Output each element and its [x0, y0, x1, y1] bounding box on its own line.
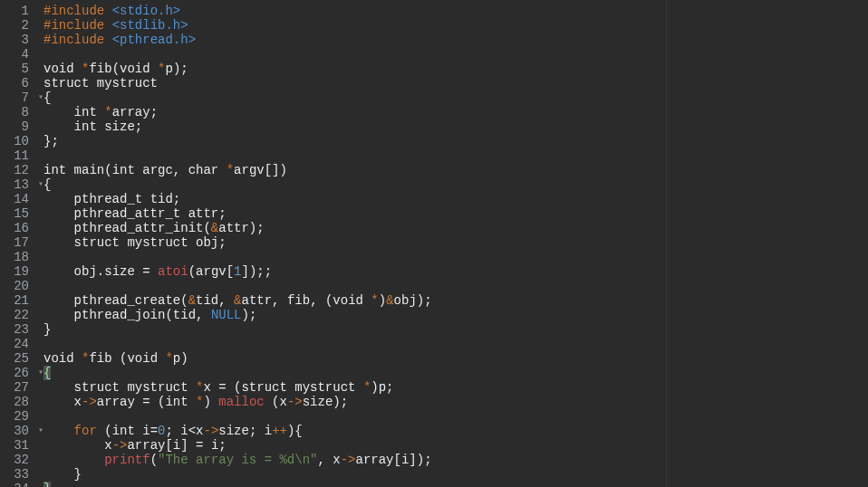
code-line[interactable]: [43, 47, 868, 62]
code-line[interactable]: x->array[i] = i;: [43, 438, 868, 453]
code-line[interactable]: pthread_join(tid, NULL);: [43, 308, 868, 322]
code-line[interactable]: pthread_attr_t attr;: [43, 206, 868, 221]
code-line[interactable]: }: [43, 467, 868, 482]
code-editor[interactable]: #include <stdio.h>#include <stdlib.h>#in…: [36, 0, 868, 487]
code-token: pthread_attr_init: [74, 221, 204, 235]
code-line[interactable]: ▾{: [43, 91, 868, 105]
code-line[interactable]: x->array = (int *) malloc (x->size);: [43, 395, 868, 409]
line-number: 2: [0, 18, 29, 33]
code-line[interactable]: [43, 250, 868, 264]
code-line[interactable]: printf("The array is = %d\n", x->array[i…: [43, 453, 868, 467]
code-token: attr: [241, 293, 272, 308]
code-line[interactable]: #include <stdlib.h>: [43, 18, 868, 33]
code-token: x: [280, 395, 287, 409]
code-token: obj: [196, 235, 218, 250]
code-token: <stdlib.h>: [112, 18, 188, 33]
code-token: "The array is = %d\n": [158, 453, 317, 467]
code-token: *: [104, 105, 111, 119]
code-line[interactable]: int *array;: [43, 105, 868, 119]
code-line[interactable]: ▾{: [43, 177, 868, 192]
line-number: 26: [0, 366, 29, 380]
code-token: void: [43, 351, 82, 366]
code-token: {: [43, 177, 51, 192]
code-token: int: [165, 395, 196, 409]
line-number: 31: [0, 438, 29, 453]
line-number: 18: [0, 250, 29, 264]
line-number: 15: [0, 206, 29, 221]
code-token: ): [379, 293, 386, 308]
code-line[interactable]: }: [43, 482, 868, 487]
code-token: [: [227, 264, 234, 279]
code-token: =: [150, 424, 158, 438]
code-token: array: [127, 438, 165, 453]
code-line[interactable]: int size;: [43, 119, 868, 134]
code-line[interactable]: [43, 279, 868, 293]
code-token: []): [265, 163, 287, 177]
code-token: ;: [173, 192, 180, 206]
line-number: 9: [0, 119, 29, 134]
code-token: printf: [104, 453, 149, 467]
code-token: array: [112, 105, 150, 119]
code-token: x: [333, 453, 340, 467]
line-number: 33: [0, 467, 29, 482]
code-token: [43, 308, 74, 322]
code-token: <: [188, 424, 196, 438]
code-token: ->: [112, 438, 128, 453]
code-line[interactable]: #include <stdio.h>: [43, 4, 868, 18]
code-line[interactable]: struct mystruct obj;: [43, 235, 868, 250]
code-token: [43, 264, 74, 279]
code-token: (: [104, 163, 111, 177]
code-line[interactable]: }: [43, 322, 868, 337]
line-number: 16: [0, 221, 29, 235]
code-token: ,: [272, 293, 287, 308]
code-token: ;: [386, 380, 393, 395]
code-token: pthread_attr_t: [74, 206, 188, 221]
fold-marker-icon[interactable]: ▾: [38, 424, 43, 438]
code-token: *: [371, 293, 378, 308]
code-token: p: [379, 380, 386, 395]
code-line[interactable]: struct mystruct: [43, 76, 868, 91]
code-token: malloc: [218, 395, 272, 409]
code-line[interactable]: #include <pthread.h>: [43, 33, 868, 47]
code-line[interactable]: ▾{: [43, 366, 868, 380]
code-token: (: [150, 453, 158, 467]
code-line[interactable]: pthread_attr_init(&attr);: [43, 221, 868, 235]
code-token: }: [43, 482, 51, 487]
code-token: , (: [310, 293, 333, 308]
fold-marker-icon[interactable]: ▾: [38, 366, 43, 380]
code-line[interactable]: pthread_t tid;: [43, 192, 868, 206]
fold-marker-icon[interactable]: ▾: [38, 91, 43, 105]
code-token: [43, 192, 74, 206]
code-token: [43, 467, 74, 482]
code-token: pthread_join: [74, 308, 166, 322]
code-line[interactable]: void *fib(void *p);: [43, 62, 868, 76]
code-token: );: [249, 221, 265, 235]
line-number: 6: [0, 76, 29, 91]
code-token: #include: [43, 33, 112, 47]
code-token: [43, 119, 74, 134]
code-token: <pthread.h>: [112, 33, 196, 47]
code-token: (: [180, 293, 188, 308]
code-line[interactable]: ▾ for (int i=0; i<x->size; i++){: [43, 424, 868, 438]
fold-marker-icon[interactable]: ▾: [38, 177, 43, 192]
line-number: 20: [0, 279, 29, 293]
code-line[interactable]: int main(int argc, char *argv[]): [43, 163, 868, 177]
code-line[interactable]: pthread_create(&tid, &attr, fib, (void *…: [43, 293, 868, 308]
code-line[interactable]: [43, 409, 868, 424]
code-token: obj: [394, 293, 417, 308]
code-line[interactable]: struct mystruct *x = (struct mystruct *)…: [43, 380, 868, 395]
code-token: fib: [89, 351, 120, 366]
code-line[interactable]: };: [43, 134, 868, 148]
code-line[interactable]: [43, 148, 868, 163]
code-token: ]);: [409, 453, 431, 467]
code-token: pthread_create: [74, 293, 181, 308]
code-token: ,: [218, 293, 234, 308]
code-token: *: [165, 351, 172, 366]
code-token: [43, 105, 74, 119]
code-line[interactable]: obj.size = atoi(argv[1]);;: [43, 264, 868, 279]
code-line[interactable]: void *fib (void *p): [43, 351, 868, 366]
code-line[interactable]: [43, 337, 868, 351]
code-token: ++: [272, 424, 287, 438]
code-token: struct mystruct: [241, 380, 362, 395]
code-token: ->: [287, 395, 303, 409]
